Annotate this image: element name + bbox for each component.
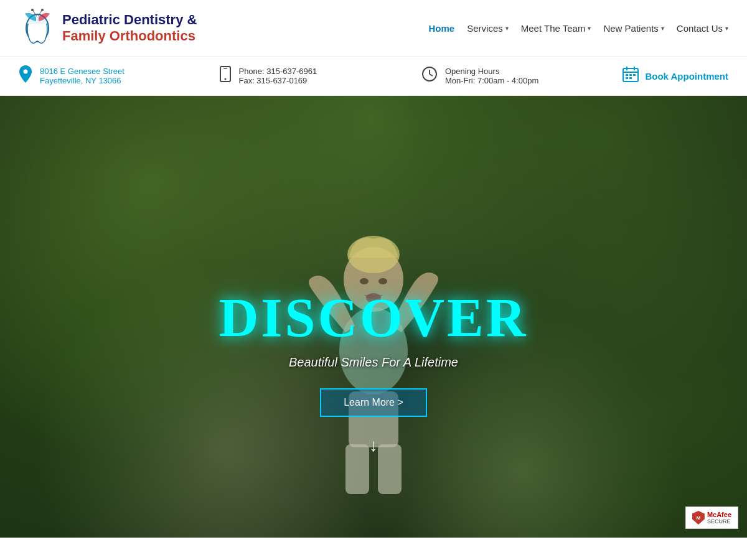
new-patients-chevron-icon: ▾ [661, 25, 664, 32]
address-info: 8016 E Genesee Street Fayetteville, NY 1… [19, 65, 220, 86]
nav-new-patients[interactable]: New Patients ▾ [603, 23, 664, 34]
svg-line-10 [430, 74, 433, 76]
nav-meet-team[interactable]: Meet The Team ▾ [521, 23, 591, 34]
scroll-down-arrow[interactable]: ↓ [219, 436, 529, 455]
phone-text: Phone: 315-637-6961 Fax: 315-637-0169 [238, 67, 317, 85]
hours-detail: Mon-Fri: 7:00am - 4:00pm [445, 76, 538, 85]
logo-icon [19, 6, 56, 50]
book-appointment-label: Book Appointment [645, 71, 728, 82]
phone-info: Phone: 315-637-6961 Fax: 315-637-0169 [220, 66, 421, 86]
main-nav: Home Services ▾ Meet The Team ▾ New Pati… [429, 23, 728, 34]
mcafee-brand: McAfee [707, 511, 731, 518]
phone-icon [220, 66, 231, 86]
logo-text: Pediatric Dentistry & Family Orthodontic… [62, 12, 197, 45]
address-line1: 8016 E Genesee Street [40, 67, 125, 76]
svg-rect-6 [223, 68, 227, 69]
logo[interactable]: Pediatric Dentistry & Family Orthodontic… [19, 6, 197, 50]
learn-more-button[interactable]: Learn More > [320, 388, 427, 417]
mcafee-badge: M McAfee SECURE [685, 506, 738, 529]
nav-contact[interactable]: Contact Us ▾ [677, 23, 728, 34]
phone-number: Phone: 315-637-6961 [238, 67, 317, 76]
contact-chevron-icon: ▾ [725, 25, 728, 32]
svg-rect-18 [626, 77, 628, 79]
hero-subtitle: Beautiful Smiles For A Lifetime [219, 355, 529, 370]
svg-rect-15 [626, 74, 628, 76]
logo-line2: Family Orthodontics [62, 28, 197, 44]
address-text: 8016 E Genesee Street Fayetteville, NY 1… [40, 67, 125, 85]
calendar-icon [622, 66, 639, 86]
svg-point-4 [41, 9, 44, 11]
fax-number: Fax: 315-637-0169 [238, 76, 317, 85]
services-chevron-icon: ▾ [505, 25, 509, 32]
hours-info: Opening Hours Mon-Fri: 7:00am - 4:00pm [421, 66, 622, 86]
mcafee-shield-icon: M [692, 511, 705, 525]
logo-line1: Pediatric Dentistry & [62, 12, 197, 28]
book-appointment-button[interactable]: Book Appointment [622, 66, 728, 86]
svg-rect-17 [633, 74, 636, 76]
hero-content: DISCOVER Beautiful Smiles For A Lifetime… [219, 291, 529, 455]
address-line2: Fayetteville, NY 13066 [40, 76, 125, 85]
nav-services[interactable]: Services ▾ [467, 23, 509, 34]
site-header: Pediatric Dentistry & Family Orthodontic… [0, 0, 747, 57]
hours-title: Opening Hours [445, 67, 538, 76]
mcafee-secure-label: SECURE [707, 518, 731, 525]
hero-section: DISCOVER Beautiful Smiles For A Lifetime… [0, 96, 747, 538]
nav-home[interactable]: Home [429, 23, 455, 34]
meet-team-chevron-icon: ▾ [588, 25, 591, 32]
clock-icon [421, 66, 438, 86]
svg-point-27 [360, 278, 369, 284]
discover-heading: DISCOVER [219, 291, 529, 345]
svg-rect-16 [629, 74, 632, 76]
mcafee-logo: M McAfee SECURE [692, 511, 731, 525]
location-icon [19, 65, 32, 86]
svg-rect-19 [629, 77, 632, 79]
svg-point-28 [378, 278, 387, 284]
svg-point-7 [225, 78, 227, 80]
svg-point-2 [31, 9, 34, 11]
hours-text: Opening Hours Mon-Fri: 7:00am - 4:00pm [445, 67, 538, 85]
info-bar: 8016 E Genesee Street Fayetteville, NY 1… [0, 57, 747, 96]
